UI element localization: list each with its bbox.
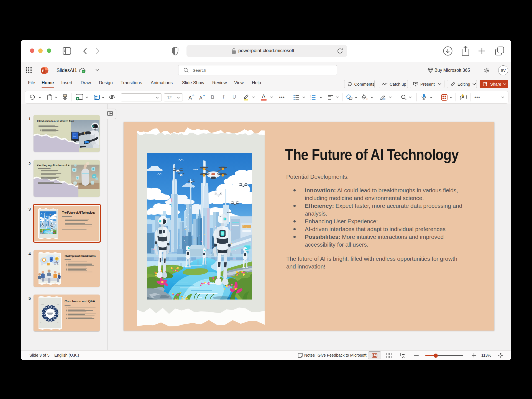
svg-text:Innov: Innov [57, 304, 59, 305]
svg-text:3: 3 [310, 98, 311, 100]
svg-text:Introduction to AI in Modern T: Introduction to AI in Modern Tech [37, 120, 74, 122]
svg-text:Conclusion and Q&A: Conclusion and Q&A [65, 300, 95, 303]
svg-text:The Future of AI Technology: The Future of AI Technology [62, 211, 95, 214]
svg-text:A: A [188, 95, 192, 100]
svg-text:Insight: Insight [41, 304, 44, 305]
svg-text:Challenges and Considerations: Challenges and Considerations [65, 255, 96, 257]
svg-text:P: P [42, 69, 44, 73]
svg-text:Exciting Applications of AI: Exciting Applications of AI [37, 164, 70, 167]
svg-text:A: A [199, 95, 203, 100]
svg-text:Future: Future [57, 323, 60, 324]
svg-text:Tech: Tech [40, 323, 42, 324]
